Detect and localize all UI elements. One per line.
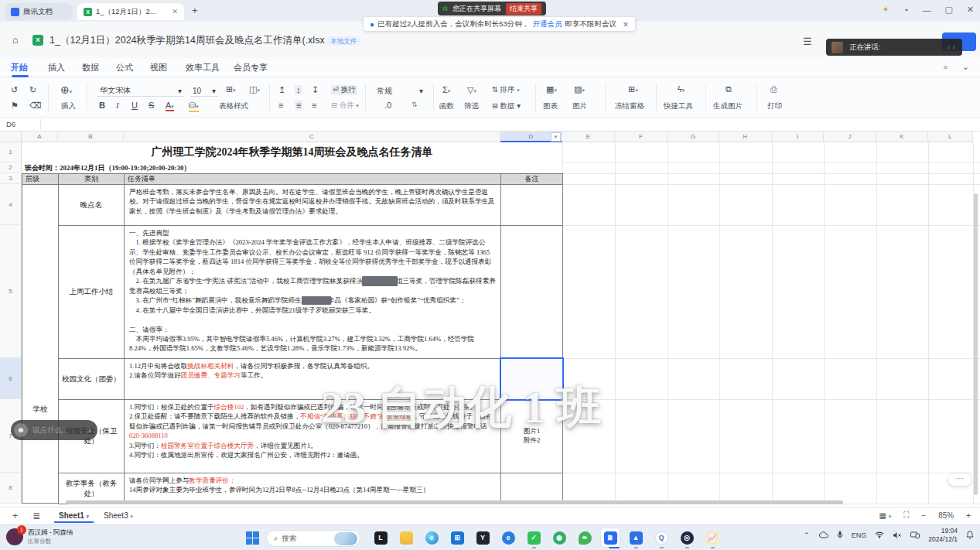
tab-data[interactable]: 数据 bbox=[82, 62, 99, 73]
insert-cells-icon[interactable]: ⊕▾ bbox=[60, 84, 72, 96]
tab-close-icon[interactable]: ✕ bbox=[172, 8, 178, 15]
sheet-tab-sheet3[interactable]: Sheet3 ▾ bbox=[99, 510, 138, 521]
taskbar-app-green-leaf[interactable]: ❧ bbox=[575, 528, 594, 547]
align-right-icon[interactable]: ≡ bbox=[312, 101, 316, 110]
voov-meeting-icon[interactable]: ▲ bbox=[627, 528, 645, 547]
browser-tab-active-doc[interactable]: X 1_（12月1日）2... ✕ bbox=[77, 3, 184, 20]
remark-cell-r5[interactable] bbox=[500, 225, 563, 359]
menu-icon[interactable]: ☰ bbox=[803, 36, 812, 47]
taskbar-app-green-check[interactable]: ✓ bbox=[524, 528, 543, 547]
merge-style-icon[interactable]: ◫▾ bbox=[249, 84, 260, 94]
col-header-H[interactable]: H bbox=[719, 132, 772, 142]
col-header-I[interactable]: I bbox=[772, 132, 824, 142]
chat-placeholder[interactable]: 说点什么... bbox=[32, 425, 84, 436]
generate-image-icon[interactable]: ⧉ bbox=[726, 84, 732, 94]
col-header-K[interactable]: K bbox=[876, 132, 928, 142]
tab-insert[interactable]: 插入 bbox=[48, 62, 65, 73]
close-button[interactable]: ✕ bbox=[967, 5, 974, 15]
header-level-cell[interactable]: 层级 bbox=[22, 173, 59, 185]
undo-icon[interactable]: ↺ bbox=[11, 85, 18, 95]
row-header-6[interactable]: 6 bbox=[0, 358, 22, 399]
redo-icon[interactable]: ↻ bbox=[29, 85, 36, 95]
category-cell-r4[interactable]: 晚点名 bbox=[58, 184, 125, 226]
browser-tab-tencent-docs[interactable]: 腾讯文档 bbox=[5, 3, 73, 20]
sort-button[interactable]: ⇅ 排序 ▾ bbox=[492, 85, 520, 95]
header-category-cell[interactable]: 类别 bbox=[58, 173, 125, 185]
picture-icon[interactable]: ▨▾ bbox=[574, 84, 585, 94]
row-header-1[interactable]: 1 bbox=[0, 142, 22, 162]
print-icon[interactable]: ⎙ bbox=[770, 84, 777, 94]
add-sheet-button[interactable]: + bbox=[12, 511, 18, 521]
remark-cell-r4[interactable] bbox=[500, 184, 563, 226]
microsoft-store-icon[interactable]: ⊞ bbox=[448, 528, 466, 547]
taskbar-app-y[interactable]: Y bbox=[473, 528, 492, 547]
table-style-label[interactable]: 表格样式 bbox=[219, 101, 248, 111]
col-header-B[interactable]: B bbox=[58, 132, 124, 142]
row-header-2[interactable]: 2 bbox=[0, 162, 22, 173]
borders-icon[interactable]: ⊞▾ bbox=[226, 84, 236, 94]
row-header-8[interactable]: 8 bbox=[0, 473, 22, 504]
sheet-tab-sheet1[interactable]: Sheet1 ▾ bbox=[54, 510, 94, 523]
picture-label[interactable]: 图片 bbox=[572, 101, 587, 111]
align-center-icon[interactable]: ≡ bbox=[295, 101, 302, 110]
view-mode-icon[interactable]: ▦ ▾ bbox=[879, 511, 892, 520]
format-painter-icon[interactable]: ⚑ bbox=[11, 101, 19, 111]
task-cell-r4[interactable]: 严格班会考勤，落实未参会学生名单、原因及去向。对在途学生、请假至班会当晚的学生，… bbox=[124, 184, 501, 226]
task-cell-r8[interactable]: 请各位同学网上参与教学质量评价： 14周参评对象主要为毕业班学生，参评时间为12… bbox=[124, 473, 501, 504]
decimal-stepper[interactable]: ⇅ bbox=[411, 101, 418, 108]
horizontal-scrollbar[interactable] bbox=[66, 500, 843, 504]
data-button[interactable]: ⊟ 数据 ▾ bbox=[492, 101, 521, 111]
clock[interactable]: 19:042024/12/1 bbox=[928, 527, 958, 543]
taskbar-app-green-circle[interactable]: ◉ bbox=[550, 528, 569, 547]
italic-icon[interactable]: I bbox=[116, 101, 119, 110]
function-label[interactable]: 函数 bbox=[439, 101, 454, 111]
news-widget[interactable]: 1 西汉姆 - 阿森纳比赛分数 bbox=[6, 528, 73, 545]
collapse-ribbon-icon[interactable]: ⌄ bbox=[962, 62, 969, 72]
filter-icon[interactable]: ▽▾ bbox=[467, 85, 476, 95]
number-format-select[interactable]: 常规▾ bbox=[374, 85, 425, 97]
sheet-title-cell[interactable]: 广州理工学院2024年秋季学期第14周班会及晚点名任务清单 bbox=[22, 142, 562, 162]
zoom-in-button[interactable]: + bbox=[966, 511, 971, 520]
chart-icon[interactable]: ▦▾ bbox=[546, 84, 557, 94]
col-header-E[interactable]: E bbox=[562, 132, 615, 142]
level-merged-cell[interactable]: 学校 bbox=[22, 184, 59, 504]
clear-format-icon[interactable]: ⌫ bbox=[29, 101, 42, 111]
wifi-icon[interactable] bbox=[875, 531, 884, 538]
font-color-icon[interactable]: A▾ bbox=[166, 101, 174, 111]
notice-close-icon[interactable]: ✕ bbox=[623, 20, 629, 29]
taskbar-app-dark[interactable]: L bbox=[371, 528, 390, 547]
fullscreen-icon[interactable]: ⛶ bbox=[903, 511, 909, 520]
quick-tools-label[interactable]: 快捷工具 bbox=[664, 101, 693, 111]
col-header-F[interactable]: F bbox=[615, 132, 668, 142]
chart-label[interactable]: 图表 bbox=[543, 101, 558, 111]
upgrade-member-link[interactable]: 开通会员 bbox=[532, 19, 562, 29]
tencent-docs-app-icon[interactable]: 🗎 bbox=[601, 528, 620, 547]
edge-browser-icon[interactable]: e bbox=[422, 528, 441, 547]
sheet-list-icon[interactable]: ≣ bbox=[32, 511, 40, 521]
home-icon[interactable]: ⌂ bbox=[12, 34, 19, 46]
tab-formula[interactable]: 公式 bbox=[116, 62, 133, 73]
font-name-select[interactable]: 华文宋体▾ bbox=[97, 85, 184, 97]
weather-widget-thumbnail[interactable] bbox=[334, 532, 357, 545]
task-cell-r5[interactable]: 一、先进典型 1. 根据学校《奖学金管理办法》《2023-2024 学年奖学金评… bbox=[124, 225, 501, 359]
merge-cells-button[interactable]: ⊟ 合并 ▾ bbox=[331, 101, 359, 111]
fill-color-icon[interactable]: ⛁▾ bbox=[189, 101, 199, 112]
extension-icon[interactable]: ✦ bbox=[883, 5, 890, 15]
taskbar-app-dark-circle[interactable]: ◎ bbox=[678, 528, 696, 547]
wrap-text-button[interactable]: ⏎ 换行 bbox=[331, 85, 357, 95]
insert-label[interactable]: 插入 bbox=[61, 101, 76, 111]
col-header-A[interactable]: A bbox=[22, 132, 58, 142]
row-header-5[interactable]: 5 bbox=[0, 225, 22, 358]
microphone-icon[interactable] bbox=[837, 531, 843, 539]
generate-image-label[interactable]: 生成图片 bbox=[713, 101, 743, 111]
align-left-icon[interactable]: ≡ bbox=[278, 101, 283, 110]
category-cell-r6[interactable]: 校园文化（团委） bbox=[58, 358, 125, 400]
profile-icon[interactable]: ◔ bbox=[903, 5, 909, 15]
select-all-corner[interactable] bbox=[0, 132, 22, 142]
taskbar-app-blue-e[interactable]: e bbox=[499, 528, 517, 547]
row-header-3[interactable]: 3 bbox=[0, 173, 22, 184]
category-cell-r5[interactable]: 上周工作小结 bbox=[58, 225, 125, 359]
col-header-J[interactable]: J bbox=[824, 132, 876, 142]
quick-tools-icon[interactable]: ϟ▾ bbox=[678, 84, 685, 94]
header-remark-cell[interactable]: 备注 bbox=[500, 173, 563, 185]
